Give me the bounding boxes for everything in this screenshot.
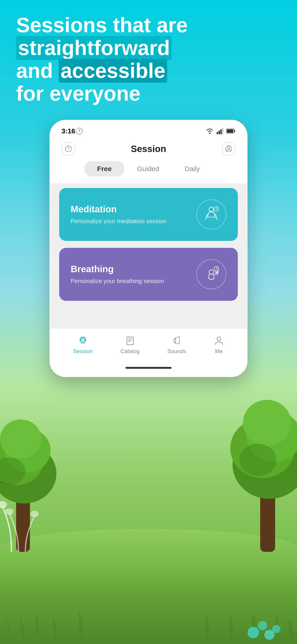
headline-highlight1: straightforward: [16, 36, 172, 60]
svg-point-49: [217, 337, 221, 341]
svg-point-4: [0, 420, 42, 458]
svg-rect-26: [227, 130, 233, 133]
headline-highlight2: accessible: [59, 59, 167, 83]
headline-line1: Sessions that are: [16, 14, 188, 36]
headline: Sessions that are straightforward and ac…: [16, 14, 281, 105]
svg-rect-20: [217, 132, 218, 134]
svg-point-16: [258, 621, 267, 630]
app-title: Session: [131, 144, 166, 154]
svg-rect-43: [127, 337, 133, 345]
svg-rect-41: [80, 339, 81, 342]
phone-frame: 3:16 🕐: [50, 120, 248, 377]
status-icons: [206, 128, 236, 134]
svg-rect-21: [218, 130, 220, 134]
tab-guided[interactable]: Guided: [124, 161, 172, 176]
nav-item-session[interactable]: Session: [73, 336, 92, 354]
white-plants: [0, 460, 46, 552]
svg-point-14: [30, 511, 39, 517]
me-nav-icon: [214, 336, 224, 346]
svg-point-30: [228, 147, 230, 149]
nav-label-sounds: Sounds: [168, 348, 186, 354]
tree-right: [223, 391, 297, 552]
meditation-card-title: Meditation: [71, 204, 192, 214]
svg-point-13: [5, 508, 13, 515]
profile-button[interactable]: [222, 142, 236, 156]
status-bar: 3:16 🕐: [50, 120, 247, 137]
breathing-card-subtitle: Personalize your breathing session: [71, 278, 192, 285]
battery-icon: [226, 128, 236, 134]
headline-and: and: [16, 59, 53, 82]
nav-item-me[interactable]: Me: [214, 336, 224, 354]
bottom-nav: Session Catalog: [50, 328, 247, 359]
tab-free[interactable]: Free: [84, 161, 124, 176]
svg-point-35: [209, 270, 214, 274]
sounds-nav-icon: [172, 336, 182, 346]
svg-point-40: [82, 338, 84, 341]
breathing-icon-circle: [196, 259, 226, 289]
svg-point-18: [272, 625, 280, 633]
svg-point-10: [243, 400, 291, 446]
phone-mockup: 3:16 🕐: [50, 120, 248, 377]
svg-line-38: [216, 269, 218, 269]
svg-rect-25: [234, 130, 235, 132]
svg-rect-22: [220, 129, 222, 134]
help-button[interactable]: ?: [62, 142, 75, 156]
status-time: 3:16: [62, 127, 75, 135]
session-nav-icon: [78, 336, 88, 346]
breathing-icon: [202, 265, 220, 284]
svg-rect-42: [85, 339, 86, 342]
svg-point-15: [248, 627, 259, 638]
breathing-card-text: Breathing Personalize your breathing ses…: [71, 264, 192, 285]
svg-point-12: [0, 501, 7, 508]
wifi-icon: [206, 128, 214, 134]
catalog-nav-icon: [125, 336, 135, 346]
breathing-card[interactable]: Breathing Personalize your breathing ses…: [59, 248, 238, 301]
nav-label-catalog: Catalog: [120, 348, 140, 354]
svg-point-19: [209, 132, 210, 134]
meditation-card[interactable]: Meditation Personalize your meditation s…: [59, 188, 238, 241]
tab-pills: Free Guided Daily: [50, 161, 247, 183]
meditation-icon: [202, 205, 220, 224]
nav-item-catalog[interactable]: Catalog: [120, 336, 140, 354]
svg-point-31: [209, 207, 214, 212]
meditation-card-text: Meditation Personalize your meditation s…: [71, 204, 192, 225]
tab-daily[interactable]: Daily: [172, 161, 213, 176]
svg-text:?: ?: [67, 146, 70, 151]
signal-icon: [217, 128, 224, 134]
home-indicator: [126, 367, 172, 369]
breathing-card-title: Breathing: [71, 264, 192, 274]
grass-layer: [0, 552, 297, 644]
home-indicator-bar: [50, 359, 247, 376]
svg-rect-23: [222, 128, 224, 134]
content-spacer: [59, 308, 238, 322]
status-clock-icon: 🕐: [75, 127, 83, 135]
svg-point-11: [240, 444, 276, 476]
meditation-card-subtitle: Personalize your meditation session: [71, 218, 192, 225]
meditation-icon-circle: [196, 200, 226, 230]
headline-line3: for everyone: [16, 82, 140, 105]
svg-line-34: [216, 209, 218, 209]
app-header: ? Session: [50, 137, 247, 161]
nav-label-session: Session: [73, 348, 92, 354]
app-content: Meditation Personalize your meditation s…: [50, 183, 247, 328]
nav-item-sounds[interactable]: Sounds: [168, 336, 186, 354]
header-text: Sessions that are straightforward and ac…: [16, 14, 281, 105]
nav-label-me: Me: [215, 348, 223, 354]
